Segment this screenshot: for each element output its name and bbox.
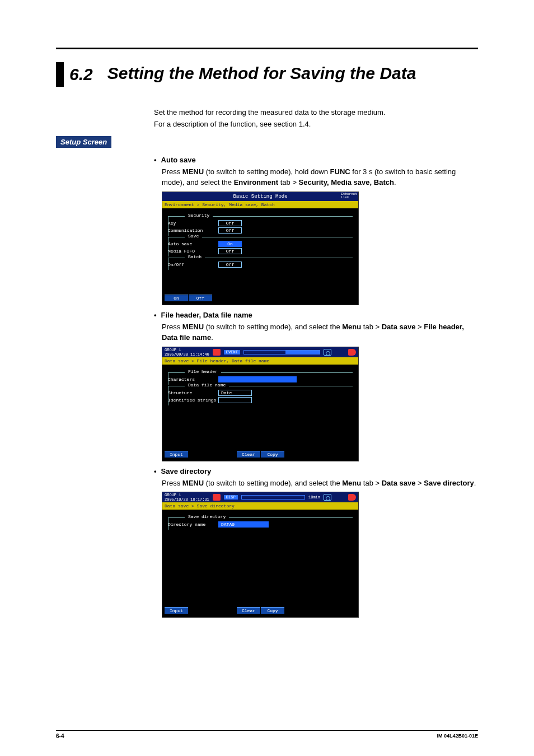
dev1-body: Security KeyOff CommunicationOff Save Au… [162, 208, 358, 292]
characters-value[interactable] [218, 376, 297, 382]
dev2-body: File header Characters Data file name St… [162, 365, 358, 449]
key-label: Key [168, 221, 218, 226]
dev2-event-tag: EVENT [224, 350, 240, 354]
bullet-dot: • [154, 467, 157, 475]
alarm-icon [349, 494, 356, 501]
key-value[interactable]: Off [218, 220, 242, 226]
group-save: Save Auto saveOn Media FIFOOff [168, 237, 353, 254]
alarm-icon [349, 349, 356, 356]
autosave-value[interactable]: On [218, 241, 242, 247]
bullet-save-directory: • Save directory [154, 467, 478, 475]
onoff-value[interactable]: Off [218, 262, 242, 268]
group-data-file-name: Data file name StructureDate Identified … [168, 386, 353, 403]
onoff-label: On/Off [168, 262, 218, 267]
top-rule [56, 48, 478, 49]
setup-screen-label: Setup Screen [56, 136, 111, 148]
dev3-disp-tag: DISP [224, 495, 238, 500]
structure-value[interactable]: Date [218, 390, 252, 396]
group-data-file-name-legend: Data file name [185, 382, 229, 388]
file-header-desc: Press MENU (to switch to setting mode), … [162, 321, 478, 343]
mediafifo-label: Media FIFO [168, 249, 218, 254]
group-security-legend: Security [185, 213, 213, 218]
dev1-breadcrumb: Environment > Security, Media save, Batc… [162, 201, 358, 208]
group-batch: Batch On/OffOff [168, 258, 353, 268]
screenshot-file-header: GROUP 1 2005/09/30 11:14:46 EVENT Data s… [162, 347, 359, 461]
bullet-auto-save: • Auto save [154, 156, 478, 164]
identified-strings-label: Identified strings [168, 398, 218, 403]
autosave-label: Auto save [168, 241, 218, 246]
camera-icon [324, 494, 331, 501]
section-number: 6.2 [69, 62, 93, 87]
bullet-auto-save-label: Auto save [161, 156, 196, 164]
screenshot-auto-save: Basic Setting Mode Ethernet Link Environ… [162, 192, 359, 305]
dev1-footer: On Off [162, 292, 358, 305]
directory-name-label: Directory name [168, 522, 218, 527]
dev1-titlebar: Basic Setting Mode Ethernet Link [162, 192, 358, 201]
dev1-btn-off[interactable]: Off [189, 295, 212, 301]
dev2-topbar: GROUP 1 2005/09/30 11:14:46 EVENT [162, 347, 358, 357]
communication-value[interactable]: Off [218, 227, 242, 234]
dev3-body: Save directory Directory nameDATA0 [162, 510, 358, 605]
dev3-btn-input[interactable]: Input [165, 607, 188, 614]
dev3-group-date: GROUP 1 2005/10/28 18:17:31 [165, 493, 209, 502]
content: • Auto save Press MENU (to switch to set… [154, 156, 478, 618]
dev3-breadcrumb: Data save > Save directory [162, 502, 358, 510]
chat-icon [213, 494, 221, 501]
chat-icon [213, 349, 221, 356]
group-file-header-legend: File header [185, 369, 221, 374]
group-save-legend: Save [185, 234, 202, 239]
auto-save-desc: Press MENU (to switch to setting mode), … [162, 166, 478, 188]
dev2-group-date: GROUP 1 2005/09/30 11:14:46 [165, 348, 209, 357]
save-directory-desc: Press MENU (to switch to setting mode), … [162, 478, 478, 489]
intro-line-2: For a description of the function, see s… [154, 119, 478, 130]
bullet-save-directory-label: Save directory [161, 467, 212, 475]
group-security: Security KeyOff CommunicationOff [168, 216, 353, 234]
communication-label: Communication [168, 228, 218, 233]
page-number: 6-4 [56, 733, 64, 739]
heading-stub [56, 62, 64, 87]
mediafifo-value[interactable]: Off [218, 248, 242, 254]
identified-strings-value[interactable] [218, 397, 252, 403]
dev2-breadcrumb: Data save > File header, Data file name [162, 357, 358, 365]
dev2-btn-clear[interactable]: Clear [237, 451, 260, 458]
doc-id: IM 04L42B01-01E [437, 733, 478, 739]
dev2-btn-copy[interactable]: Copy [261, 451, 284, 458]
structure-label: Structure [168, 390, 218, 395]
section-title: Setting the Method for Saving the Data [107, 62, 416, 85]
screenshot-save-directory: GROUP 1 2005/10/28 18:17:31 DISP 10min D… [162, 492, 359, 618]
bullet-file-header-label: File header, Data file name [161, 311, 252, 319]
page-footer: 6-4 IM 04L42B01-01E [56, 730, 478, 739]
directory-name-value[interactable]: DATA0 [218, 521, 269, 528]
group-batch-legend: Batch [185, 254, 205, 259]
bullet-file-header: • File header, Data file name [154, 311, 478, 319]
dev2-progress-bar [243, 350, 320, 354]
group-save-directory-legend: Save directory [185, 514, 229, 519]
dev2-footer: Input Clear Copy [162, 449, 358, 461]
dev3-footer: Input Clear Copy [162, 605, 358, 617]
intro-block: Set the method for recording the measure… [154, 107, 478, 130]
bullet-dot: • [154, 156, 157, 164]
group-save-directory: Save directory Directory nameDATA0 [168, 517, 353, 528]
dev3-btn-copy[interactable]: Copy [261, 607, 284, 614]
ethernet-link-indicator: Ethernet Link [341, 193, 357, 199]
dev3-btn-clear[interactable]: Clear [237, 607, 260, 614]
bullet-dot: • [154, 311, 157, 319]
section-heading: 6.2 Setting the Method for Saving the Da… [56, 62, 534, 87]
dev3-bar [241, 495, 305, 500]
dev3-topbar: GROUP 1 2005/10/28 18:17:31 DISP 10min [162, 492, 358, 502]
dev2-btn-input[interactable]: Input [165, 451, 188, 458]
dev3-duration: 10min [308, 495, 320, 500]
dev1-btn-on[interactable]: On [165, 295, 188, 301]
characters-label: Characters [168, 377, 218, 382]
dev1-title: Basic Setting Mode [233, 194, 287, 199]
camera-icon [324, 349, 331, 356]
intro-line-1: Set the method for recording the measure… [154, 107, 478, 119]
group-file-header: File header Characters [168, 372, 353, 382]
